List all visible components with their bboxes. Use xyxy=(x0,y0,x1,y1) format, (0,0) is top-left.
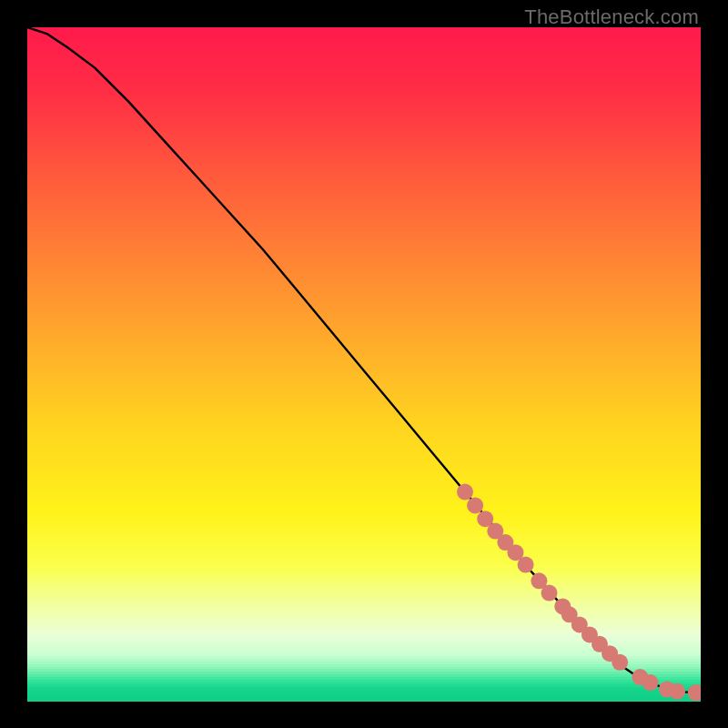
data-marker xyxy=(541,585,558,602)
plot-area xyxy=(27,27,701,701)
bottleneck-curve xyxy=(27,27,701,693)
data-marker xyxy=(467,497,483,513)
chart-overlay-svg xyxy=(27,27,701,701)
data-marker xyxy=(642,674,659,691)
data-marker xyxy=(612,654,628,671)
chart-frame: TheBottleneck.com xyxy=(0,0,728,728)
data-marker xyxy=(688,684,701,701)
data-marker xyxy=(669,683,685,700)
watermark-text: TheBottleneck.com xyxy=(524,5,699,29)
data-marker xyxy=(518,557,534,573)
data-marker xyxy=(457,484,473,500)
